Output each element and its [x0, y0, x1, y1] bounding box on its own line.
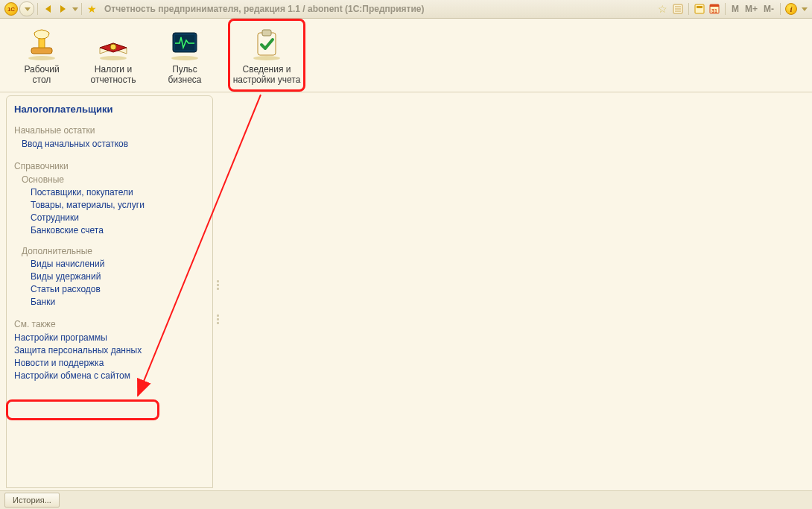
separator — [688, 3, 689, 15]
svg-text:31: 31 — [711, 8, 717, 13]
splitter-handle[interactable] — [217, 280, 220, 290]
chevron-down-icon — [25, 7, 31, 11]
section-desktop[interactable]: Рабочийстол — [6, 19, 77, 92]
memory-mminus-button[interactable]: M- — [762, 4, 775, 14]
section-pulse[interactable]: Пульсбизнеса — [149, 19, 221, 92]
main-menu-button[interactable] — [19, 1, 34, 16]
svg-rect-5 — [697, 6, 702, 8]
nav-subgroup-extra: Дополнительные — [22, 246, 205, 256]
arrow-left-icon — [45, 5, 51, 13]
svg-point-16 — [253, 56, 280, 60]
calculator-icon — [694, 4, 705, 14]
favorites-list-button[interactable]: ☆ — [657, 3, 669, 15]
favorite-button[interactable]: ★ — [85, 2, 98, 16]
nav-news-support[interactable]: Новости и поддержка — [14, 358, 205, 368]
history-button[interactable]: История... — [4, 493, 60, 508]
svg-point-9 — [28, 56, 55, 60]
navigation-panel: Налогоплательщики Начальные остатки Ввод… — [6, 95, 213, 488]
section-settings-label: Сведения инастройки учета — [233, 64, 301, 85]
separator — [37, 3, 38, 15]
clipboard-icon — [249, 25, 285, 61]
calculator-button[interactable] — [694, 3, 705, 15]
svg-point-12 — [110, 44, 116, 50]
statusbar: История... — [0, 490, 812, 509]
info-button[interactable]: i — [785, 3, 797, 15]
nav-back-button[interactable] — [41, 2, 54, 16]
memory-mplus-button[interactable]: M+ — [743, 4, 759, 14]
book-icon — [95, 25, 131, 61]
calendar-button[interactable]: 31 — [708, 3, 720, 15]
history-panel-button[interactable] — [672, 3, 684, 15]
splitter-handle[interactable] — [217, 314, 220, 324]
separator — [81, 3, 82, 15]
section-pulse-label: Пульсбизнеса — [168, 64, 201, 85]
svg-rect-4 — [695, 4, 704, 13]
titlebar-left: 1C ★ Отчетность предпринимателя, редакци… — [4, 1, 424, 16]
nav-group-initial: Начальные остатки — [14, 125, 205, 136]
nav-history-dropdown[interactable] — [72, 7, 78, 11]
section-settings[interactable]: Сведения инастройки учета — [228, 19, 305, 92]
info-icon: i — [790, 4, 792, 13]
nav-initial-balances[interactable]: Ввод начальных остатков — [22, 139, 205, 149]
nav-group-seealso: См. также — [14, 319, 205, 329]
nav-data-protection[interactable]: Защита персональных данных — [14, 345, 205, 355]
nav-forward-button[interactable] — [56, 2, 69, 16]
svg-rect-7 — [710, 4, 719, 7]
star-outline-icon: ☆ — [658, 3, 667, 15]
nav-site-exchange[interactable]: Настройки обмена с сайтом — [14, 370, 205, 381]
section-desktop-label: Рабочийстол — [24, 64, 59, 85]
section-toolbar: Рабочийстол Налоги иотчетность Пульсбизн… — [0, 19, 812, 92]
svg-point-11 — [100, 56, 127, 60]
svg-point-13 — [171, 56, 198, 60]
nav-deduction-types[interactable]: Виды удержаний — [31, 271, 205, 282]
nav-program-settings[interactable]: Настройки программы — [14, 332, 205, 343]
titlebar-right: ☆ 31 M M+ M- i — [657, 3, 808, 15]
nav-accrual-types[interactable]: Виды начислений — [31, 259, 205, 269]
section-taxes[interactable]: Налоги иотчетность — [77, 19, 149, 92]
window-title: Отчетность предпринимателя, редакция 1.1… — [104, 4, 424, 14]
titlebar: 1C ★ Отчетность предпринимателя, редакци… — [0, 0, 812, 19]
nav-taxpayers[interactable]: Налогоплательщики — [14, 104, 205, 115]
separator — [725, 3, 726, 15]
svg-rect-18 — [262, 30, 271, 36]
memory-m-button[interactable]: M — [730, 4, 740, 14]
app-logo-icon[interactable]: 1C — [4, 2, 18, 16]
calendar-icon: 31 — [709, 4, 720, 14]
info-dropdown[interactable] — [802, 7, 808, 11]
arrow-right-icon — [60, 5, 66, 13]
nav-banks[interactable]: Банки — [31, 297, 205, 307]
separator — [780, 3, 781, 15]
desktop-icon — [24, 25, 60, 61]
star-icon: ★ — [87, 3, 97, 15]
nav-subgroup-main: Основные — [22, 174, 205, 185]
svg-rect-10 — [31, 48, 52, 54]
workspace: Налогоплательщики Начальные остатки Ввод… — [0, 91, 812, 491]
nav-goods[interactable]: Товары, материалы, услуги — [31, 200, 205, 210]
nav-expense-items[interactable]: Статьи расходов — [31, 284, 205, 294]
nav-group-catalogs: Справочники — [14, 161, 205, 171]
section-taxes-label: Налоги иотчетность — [91, 64, 136, 85]
nav-employees[interactable]: Сотрудники — [31, 212, 205, 223]
nav-suppliers[interactable]: Поставщики, покупатели — [31, 187, 205, 197]
nav-bank-accounts[interactable]: Банковские счета — [31, 225, 205, 235]
document-icon — [673, 4, 683, 14]
pulse-icon — [167, 25, 203, 61]
